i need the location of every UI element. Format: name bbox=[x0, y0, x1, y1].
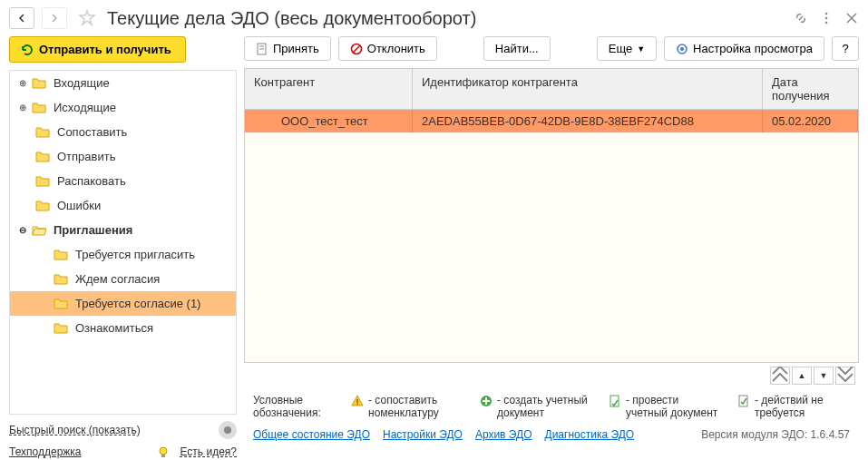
nav-first-button[interactable] bbox=[770, 367, 790, 385]
more-button[interactable]: Еще ▼ bbox=[597, 36, 657, 61]
legend: Условные обозначения: ! - сопоставить но… bbox=[244, 388, 859, 425]
svg-point-2 bbox=[825, 22, 828, 24]
table-row[interactable]: ООО_тест_тест 2AEDAB55BEB-0D67-42DB-9E8D… bbox=[245, 110, 858, 132]
tree-item-invitations[interactable]: ⊖ Приглашения bbox=[10, 218, 236, 242]
accept-label: Принять bbox=[273, 42, 319, 55]
gear-icon bbox=[676, 43, 688, 55]
tree-label: Требуется согласие (1) bbox=[75, 297, 200, 310]
tree-item-match[interactable]: Сопоставить bbox=[10, 120, 236, 144]
collapse-icon[interactable]: ⊖ bbox=[17, 225, 28, 236]
nav-back-button[interactable] bbox=[9, 7, 34, 29]
folder-icon bbox=[35, 200, 50, 212]
bulb-icon bbox=[156, 445, 171, 459]
accept-button[interactable]: Принять bbox=[244, 36, 331, 61]
tree-item-unpack[interactable]: Распаковать bbox=[10, 169, 236, 193]
legend-item-post: - провести учетный документ bbox=[609, 394, 721, 419]
svg-point-1 bbox=[825, 17, 828, 20]
td-identifier: 2AEDAB55BEB-0D67-42DB-9E8D-38EBF274CD88 bbox=[413, 110, 763, 132]
folder-icon bbox=[54, 322, 68, 335]
folder-icon bbox=[35, 151, 50, 163]
more-menu-icon[interactable] bbox=[819, 11, 834, 25]
folder-icon bbox=[54, 273, 68, 286]
data-table: Контрагент Идентификатор контрагента Дат… bbox=[244, 68, 859, 363]
svg-text:!: ! bbox=[356, 397, 359, 406]
tree-label: Исходящие bbox=[54, 101, 116, 114]
warning-icon: ! bbox=[351, 395, 364, 407]
legend-item-create: - создать учетный документ bbox=[480, 394, 592, 419]
expand-icon[interactable]: ⊕ bbox=[17, 103, 28, 113]
tree-item-outbox[interactable]: ⊕ Исходящие bbox=[10, 95, 236, 120]
svg-point-8 bbox=[680, 47, 684, 51]
view-settings-button[interactable]: Настройка просмотра bbox=[664, 36, 824, 61]
legend-item-none: - действий не требуется bbox=[737, 394, 850, 419]
th-date[interactable]: Дата получения bbox=[763, 69, 858, 109]
svg-rect-4 bbox=[161, 455, 165, 457]
tree-item-send[interactable]: Отправить bbox=[10, 144, 236, 169]
idea-link[interactable]: Есть идея? bbox=[180, 445, 237, 458]
document-ok-icon bbox=[737, 395, 750, 407]
tree-label: Ознакомиться bbox=[75, 321, 153, 335]
nav-down-button[interactable]: ▼ bbox=[814, 367, 834, 385]
legend-text: - сопоставить номенклатуру bbox=[368, 394, 463, 419]
folder-icon bbox=[54, 298, 68, 310]
tree-label: Входящие bbox=[54, 76, 110, 90]
td-date: 05.02.2020 bbox=[763, 110, 858, 132]
link-diagnostics[interactable]: Диагностика ЭДО bbox=[545, 428, 635, 441]
legend-text: - действий не требуется bbox=[755, 394, 850, 419]
svg-rect-12 bbox=[739, 396, 747, 406]
td-contractor: ООО_тест_тест bbox=[245, 110, 413, 132]
quick-search-link[interactable]: Быстрый поиск (показать) bbox=[9, 424, 141, 436]
th-identifier[interactable]: Идентификатор контрагента bbox=[413, 69, 763, 109]
support-link[interactable]: Техподдержка bbox=[9, 445, 82, 458]
page-title: Текущие дела ЭДО (весь документооборот) bbox=[107, 8, 786, 29]
link-archive[interactable]: Архив ЭДО bbox=[475, 428, 532, 441]
nav-up-button[interactable]: ▲ bbox=[792, 367, 812, 385]
tree-label: Требуется пригласить bbox=[75, 248, 195, 261]
tree-item-need-consent[interactable]: Требуется согласие (1) bbox=[10, 291, 236, 316]
link-general-state[interactable]: Общее состояние ЭДО bbox=[253, 428, 370, 441]
window-header: Текущие дела ЭДО (весь документооборот) bbox=[0, 0, 868, 36]
link-icon[interactable] bbox=[794, 11, 808, 25]
send-receive-button[interactable]: Отправить и получить bbox=[9, 36, 186, 63]
folder-icon bbox=[35, 175, 50, 188]
table-header: Контрагент Идентификатор контрагента Дат… bbox=[245, 69, 858, 110]
reject-icon bbox=[350, 43, 363, 55]
document-accept-icon bbox=[256, 43, 268, 55]
nav-last-button[interactable] bbox=[835, 367, 855, 385]
plus-icon bbox=[480, 395, 493, 407]
legend-item-match: ! - сопоставить номенклатуру bbox=[351, 394, 463, 419]
find-button[interactable]: Найти... bbox=[483, 36, 551, 61]
legend-text: - создать учетный документ bbox=[497, 394, 592, 419]
table-navigation: ▲ ▼ bbox=[244, 363, 859, 388]
more-label: Еще bbox=[609, 42, 632, 55]
tree-label: Отправить bbox=[57, 150, 115, 163]
svg-point-0 bbox=[825, 13, 828, 15]
send-receive-label: Отправить и получить bbox=[39, 43, 171, 56]
tree-label: Распаковать bbox=[57, 174, 126, 188]
folder-icon bbox=[32, 102, 46, 114]
tree-item-inbox[interactable]: ⊕ Входящие bbox=[10, 71, 236, 95]
tree-item-need-invite[interactable]: Требуется пригласить bbox=[10, 242, 236, 267]
tree-label: Ждем согласия bbox=[75, 272, 160, 286]
folder-icon bbox=[54, 249, 68, 261]
close-icon[interactable] bbox=[844, 11, 859, 25]
reject-button[interactable]: Отклонить bbox=[338, 36, 437, 61]
folder-icon bbox=[32, 77, 46, 90]
nav-forward-button[interactable] bbox=[42, 7, 67, 29]
folder-open-icon bbox=[32, 224, 46, 237]
help-button[interactable]: ? bbox=[832, 36, 859, 61]
reject-label: Отклонить bbox=[367, 42, 425, 55]
th-contractor[interactable]: Контрагент bbox=[245, 69, 413, 109]
tree-label: Сопоставить bbox=[57, 125, 127, 139]
favorite-star-icon[interactable] bbox=[78, 9, 96, 27]
tree-item-review[interactable]: Ознакомиться bbox=[10, 316, 236, 340]
expand-icon[interactable]: ⊕ bbox=[17, 78, 28, 89]
toolbar: Принять Отклонить Найти... Еще ▼ Настрой… bbox=[244, 36, 859, 61]
tree-item-waiting[interactable]: Ждем согласия bbox=[10, 267, 236, 291]
document-post-icon bbox=[609, 395, 621, 407]
refresh-icon bbox=[21, 44, 34, 56]
folder-tree: ⊕ Входящие ⊕ Исходящие Сопоставить Отпра… bbox=[9, 70, 237, 415]
link-settings[interactable]: Настройки ЭДО bbox=[383, 428, 463, 441]
tree-item-errors[interactable]: Ошибки bbox=[10, 193, 236, 218]
disc-icon[interactable] bbox=[219, 421, 237, 439]
